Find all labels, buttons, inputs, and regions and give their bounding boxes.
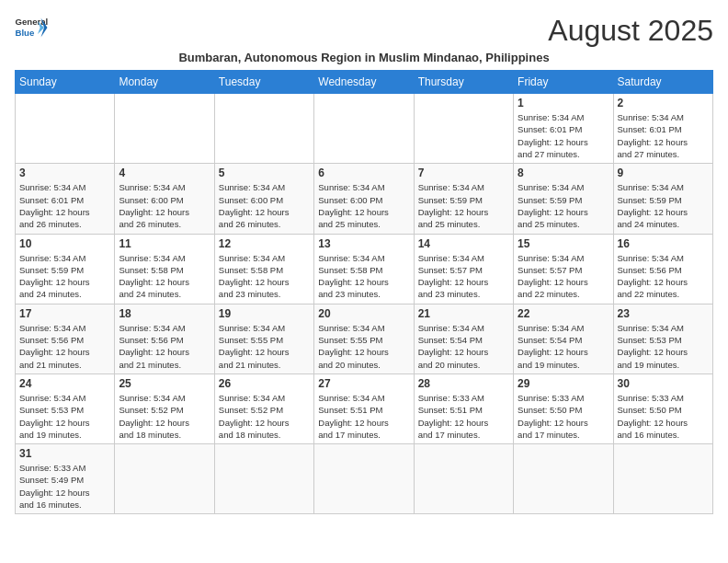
day-number: 19 <box>219 307 310 320</box>
day-info: Sunrise: 5:34 AM Sunset: 5:52 PM Dayligh… <box>219 392 310 441</box>
logo: General Blue <box>15 15 48 40</box>
day-info: Sunrise: 5:34 AM Sunset: 6:01 PM Dayligh… <box>618 111 709 160</box>
day-number: 20 <box>318 307 409 320</box>
calendar-cell: 18Sunrise: 5:34 AM Sunset: 5:56 PM Dayli… <box>115 304 214 373</box>
calendar-cell: 20Sunrise: 5:34 AM Sunset: 5:55 PM Dayli… <box>314 304 414 373</box>
day-info: Sunrise: 5:34 AM Sunset: 5:56 PM Dayligh… <box>19 322 110 371</box>
weekday-friday: Friday <box>514 71 613 94</box>
day-number: 12 <box>219 237 310 250</box>
calendar-week-3: 17Sunrise: 5:34 AM Sunset: 5:56 PM Dayli… <box>16 304 713 373</box>
day-info: Sunrise: 5:33 AM Sunset: 5:50 PM Dayligh… <box>518 392 609 441</box>
day-number: 28 <box>418 377 509 390</box>
calendar-cell: 5Sunrise: 5:34 AM Sunset: 6:00 PM Daylig… <box>214 164 313 234</box>
calendar-cell: 12Sunrise: 5:34 AM Sunset: 5:58 PM Dayli… <box>214 234 313 304</box>
day-number: 7 <box>418 167 509 179</box>
calendar-cell: 26Sunrise: 5:34 AM Sunset: 5:52 PM Dayli… <box>214 373 313 443</box>
calendar-cell: 10Sunrise: 5:34 AM Sunset: 5:59 PM Dayli… <box>16 234 115 304</box>
calendar-cell: 19Sunrise: 5:34 AM Sunset: 5:55 PM Dayli… <box>214 304 313 373</box>
calendar-cell: 23Sunrise: 5:34 AM Sunset: 5:53 PM Dayli… <box>613 304 712 373</box>
calendar-cell: 31Sunrise: 5:33 AM Sunset: 5:49 PM Dayli… <box>16 444 115 514</box>
calendar-cell <box>514 444 613 514</box>
day-info: Sunrise: 5:34 AM Sunset: 5:59 PM Dayligh… <box>518 181 609 230</box>
calendar-cell: 4Sunrise: 5:34 AM Sunset: 6:00 PM Daylig… <box>115 164 214 234</box>
subtitle: Bumbaran, Autonomous Region in Muslim Mi… <box>15 51 713 64</box>
weekday-tuesday: Tuesday <box>214 71 313 94</box>
weekday-wednesday: Wednesday <box>314 71 414 94</box>
day-number: 27 <box>318 377 409 390</box>
weekday-monday: Monday <box>115 71 214 94</box>
day-number: 16 <box>618 237 709 250</box>
calendar-cell: 25Sunrise: 5:34 AM Sunset: 5:52 PM Dayli… <box>115 373 214 443</box>
day-info: Sunrise: 5:34 AM Sunset: 5:59 PM Dayligh… <box>418 181 509 230</box>
day-info: Sunrise: 5:34 AM Sunset: 5:57 PM Dayligh… <box>418 252 509 301</box>
month-year-title: August 2025 <box>548 15 713 47</box>
calendar-cell: 27Sunrise: 5:34 AM Sunset: 5:51 PM Dayli… <box>314 373 414 443</box>
svg-text:Blue: Blue <box>16 28 35 38</box>
calendar-week-0: 1Sunrise: 5:34 AM Sunset: 6:01 PM Daylig… <box>16 94 713 164</box>
calendar-cell: 2Sunrise: 5:34 AM Sunset: 6:01 PM Daylig… <box>613 94 712 164</box>
day-info: Sunrise: 5:34 AM Sunset: 5:56 PM Dayligh… <box>119 322 210 371</box>
calendar-cell: 6Sunrise: 5:34 AM Sunset: 6:00 PM Daylig… <box>314 164 414 234</box>
calendar-cell <box>214 94 313 164</box>
day-info: Sunrise: 5:34 AM Sunset: 6:00 PM Dayligh… <box>219 181 310 230</box>
day-number: 10 <box>19 237 110 250</box>
day-info: Sunrise: 5:34 AM Sunset: 6:01 PM Dayligh… <box>518 111 609 160</box>
calendar-cell: 7Sunrise: 5:34 AM Sunset: 5:59 PM Daylig… <box>414 164 513 234</box>
day-number: 2 <box>618 97 709 109</box>
calendar-cell: 24Sunrise: 5:34 AM Sunset: 5:53 PM Dayli… <box>16 373 115 443</box>
calendar-cell: 21Sunrise: 5:34 AM Sunset: 5:54 PM Dayli… <box>414 304 513 373</box>
calendar-cell <box>314 94 414 164</box>
weekday-row: SundayMondayTuesdayWednesdayThursdayFrid… <box>16 71 713 94</box>
day-info: Sunrise: 5:34 AM Sunset: 5:53 PM Dayligh… <box>19 392 110 441</box>
calendar-cell: 9Sunrise: 5:34 AM Sunset: 5:59 PM Daylig… <box>613 164 712 234</box>
calendar-cell <box>115 444 214 514</box>
calendar-week-1: 3Sunrise: 5:34 AM Sunset: 6:01 PM Daylig… <box>16 164 713 234</box>
calendar-cell: 15Sunrise: 5:34 AM Sunset: 5:57 PM Dayli… <box>514 234 613 304</box>
day-number: 21 <box>418 307 509 320</box>
day-info: Sunrise: 5:34 AM Sunset: 5:51 PM Dayligh… <box>318 392 409 441</box>
calendar-cell <box>613 444 712 514</box>
calendar-header: SundayMondayTuesdayWednesdayThursdayFrid… <box>16 71 713 94</box>
day-number: 13 <box>318 237 409 250</box>
day-number: 30 <box>618 377 709 390</box>
day-number: 6 <box>318 167 409 179</box>
day-number: 3 <box>19 167 110 179</box>
calendar-cell: 3Sunrise: 5:34 AM Sunset: 6:01 PM Daylig… <box>16 164 115 234</box>
calendar-cell: 14Sunrise: 5:34 AM Sunset: 5:57 PM Dayli… <box>414 234 513 304</box>
day-info: Sunrise: 5:34 AM Sunset: 5:58 PM Dayligh… <box>318 252 409 301</box>
calendar-cell: 17Sunrise: 5:34 AM Sunset: 5:56 PM Dayli… <box>16 304 115 373</box>
day-info: Sunrise: 5:34 AM Sunset: 6:00 PM Dayligh… <box>119 181 210 230</box>
day-info: Sunrise: 5:34 AM Sunset: 5:54 PM Dayligh… <box>418 322 509 371</box>
day-info: Sunrise: 5:34 AM Sunset: 5:59 PM Dayligh… <box>618 181 709 230</box>
title-section: August 2025 <box>548 15 713 47</box>
day-info: Sunrise: 5:34 AM Sunset: 5:55 PM Dayligh… <box>318 322 409 371</box>
day-info: Sunrise: 5:34 AM Sunset: 5:53 PM Dayligh… <box>618 322 709 371</box>
calendar-cell <box>214 444 313 514</box>
day-number: 1 <box>518 97 609 109</box>
calendar-cell <box>115 94 214 164</box>
day-info: Sunrise: 5:33 AM Sunset: 5:51 PM Dayligh… <box>418 392 509 441</box>
day-info: Sunrise: 5:34 AM Sunset: 5:57 PM Dayligh… <box>518 252 609 301</box>
day-info: Sunrise: 5:34 AM Sunset: 6:01 PM Dayligh… <box>19 181 110 230</box>
calendar-cell: 22Sunrise: 5:34 AM Sunset: 5:54 PM Dayli… <box>514 304 613 373</box>
day-number: 15 <box>518 237 609 250</box>
calendar-body: 1Sunrise: 5:34 AM Sunset: 6:01 PM Daylig… <box>16 94 713 514</box>
day-number: 22 <box>518 307 609 320</box>
day-number: 9 <box>618 167 709 179</box>
day-number: 24 <box>19 377 110 390</box>
calendar-cell: 30Sunrise: 5:33 AM Sunset: 5:50 PM Dayli… <box>613 373 712 443</box>
day-info: Sunrise: 5:33 AM Sunset: 5:49 PM Dayligh… <box>19 462 110 511</box>
calendar-cell <box>16 94 115 164</box>
logo-icon: General Blue <box>15 15 48 40</box>
day-info: Sunrise: 5:34 AM Sunset: 5:59 PM Dayligh… <box>19 252 110 301</box>
day-info: Sunrise: 5:34 AM Sunset: 5:55 PM Dayligh… <box>219 322 310 371</box>
header: General Blue August 2025 <box>15 15 713 47</box>
day-number: 29 <box>518 377 609 390</box>
day-number: 26 <box>219 377 310 390</box>
day-info: Sunrise: 5:34 AM Sunset: 6:00 PM Dayligh… <box>318 181 409 230</box>
day-number: 23 <box>618 307 709 320</box>
day-number: 18 <box>119 307 210 320</box>
day-number: 17 <box>19 307 110 320</box>
calendar-cell: 29Sunrise: 5:33 AM Sunset: 5:50 PM Dayli… <box>514 373 613 443</box>
calendar-cell <box>414 94 513 164</box>
